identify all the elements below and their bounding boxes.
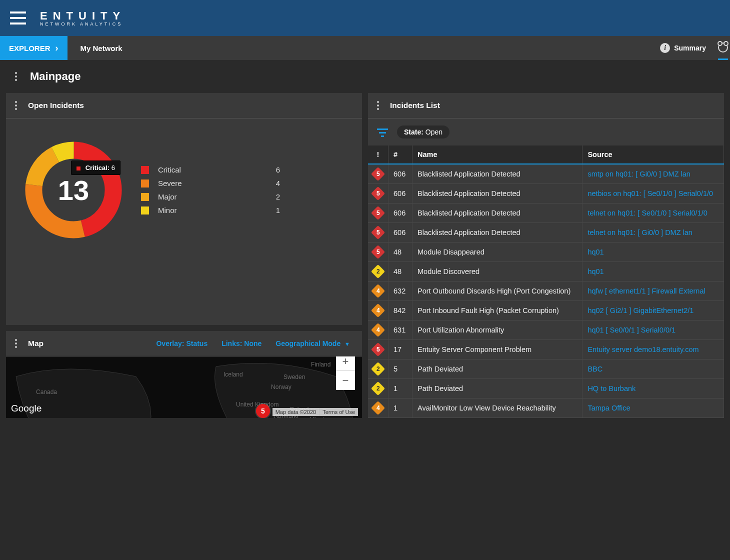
incident-number: 1 — [388, 379, 412, 398]
legend-label[interactable]: Critical — [158, 166, 213, 174]
map-overlay-option[interactable]: Overlay: Status — [156, 340, 208, 348]
legend-label[interactable]: Minor — [158, 206, 213, 214]
zoom-out-button[interactable]: − — [336, 371, 355, 390]
alarm-clock-icon — [718, 42, 728, 52]
incident-source[interactable]: hq01 — [582, 242, 724, 262]
incident-number: 5 — [388, 360, 412, 379]
legend-value: 4 — [220, 179, 280, 188]
incident-source[interactable]: telnet on hq01: [ Gi0/0 ] DMZ lan — [582, 223, 724, 242]
map-options: Overlay: Status Links: None Geographical… — [156, 340, 355, 348]
table-row[interactable]: 41AvailMonitor Low View Device Reachabil… — [368, 398, 724, 418]
incident-source[interactable]: BBC — [582, 360, 724, 379]
page-title: Mainpage — [30, 70, 80, 83]
incident-source[interactable]: Entuity server demo18.entuity.com — [582, 340, 724, 360]
legend-label[interactable]: Major — [158, 192, 213, 201]
severity-icon: 5 — [371, 206, 385, 220]
table-row[interactable]: 5606Blacklisted Application Detectedteln… — [368, 223, 724, 242]
map-bg-label: Iceland — [224, 371, 243, 378]
state-chip[interactable]: State: Open — [397, 126, 450, 138]
map-pin[interactable]: 5 — [256, 404, 270, 418]
donut-chart[interactable]: 13 Critical: 6 — [21, 138, 126, 242]
incident-name: Entuity Server Component Problem — [412, 340, 582, 360]
table-row[interactable]: 4842Port Inbound Fault High (Packet Corr… — [368, 301, 724, 320]
legend-swatch — [141, 193, 149, 201]
table-row[interactable]: 517Entuity Server Component ProblemEntui… — [368, 340, 724, 360]
col-severity[interactable]: ! — [368, 146, 388, 164]
incident-source[interactable]: hq01 [ Se0/0/1 ] Serial0/0/1 — [582, 320, 724, 340]
severity-icon: 5 — [371, 342, 385, 356]
map-canvas[interactable]: IcelandFinlandSwedenNorwayCanadaUnited K… — [6, 356, 362, 418]
table-row[interactable]: 4632Port Outbound Discards High (Port Co… — [368, 282, 724, 301]
breadcrumb[interactable]: My Network — [68, 44, 122, 52]
incident-source[interactable]: netbios on hq01: [ Se0/1/0 ] Serial0/1/0 — [582, 184, 724, 204]
incidents-table: ! # Name Source 5606Blacklisted Applicat… — [368, 146, 724, 418]
panel-more-icon[interactable] — [13, 99, 19, 112]
incident-source[interactable]: hq02 [ Gi2/1 ] GigabitEthernet2/1 — [582, 301, 724, 320]
nav-alarm[interactable] — [718, 36, 728, 60]
panel-more-icon[interactable] — [375, 99, 381, 112]
panel-more-icon[interactable] — [13, 337, 19, 350]
severity-icon: 2 — [371, 362, 385, 376]
incident-number: 632 — [388, 282, 412, 301]
legend-label[interactable]: Severe — [158, 179, 213, 188]
col-name[interactable]: Name — [412, 146, 582, 164]
topbar: ENTUITY NETWORK ANALYTICS — [0, 0, 730, 36]
incident-number: 842 — [388, 301, 412, 320]
panel-open-incidents: Open Incidents 13 Critical: 6 Critical6S… — [6, 93, 362, 325]
brand: ENTUITY NETWORK ANALYTICS — [40, 10, 126, 26]
incident-source[interactable]: HQ to Burbank — [582, 379, 724, 398]
incident-name: Module Discovered — [412, 262, 582, 282]
tooltip-color-pip — [76, 166, 80, 170]
panel-title-incidents-list: Incidents List — [390, 101, 440, 110]
incident-number: 606 — [388, 204, 412, 223]
panel-title-map: Map — [28, 339, 44, 348]
table-row[interactable]: 5606Blacklisted Application Detectedteln… — [368, 204, 724, 223]
severity-icon: 5 — [371, 186, 385, 200]
table-row[interactable]: 5606Blacklisted Application Detectednetb… — [368, 184, 724, 204]
panel-title-open-incidents: Open Incidents — [28, 101, 84, 110]
incident-number: 48 — [388, 262, 412, 282]
severity-icon: 4 — [371, 401, 385, 415]
nav-summary[interactable]: i Summary — [660, 36, 706, 60]
incident-source[interactable]: hqfw [ ethernet1/1 ] Firewall External — [582, 282, 724, 301]
table-row[interactable]: 4631Port Utilization Abnormalityhq01 [ S… — [368, 320, 724, 340]
incident-source[interactable]: Tampa Office — [582, 398, 724, 418]
severity-icon: 4 — [371, 323, 385, 337]
map-terms-link[interactable]: Terms of Use — [319, 408, 358, 416]
incident-name: Port Utilization Abnormality — [412, 320, 582, 340]
table-row[interactable]: 25Path DeviatedBBC — [368, 360, 724, 379]
incident-name: Blacklisted Application Detected — [412, 204, 582, 223]
donut-tooltip: Critical: 6 — [71, 160, 120, 175]
severity-icon: 2 — [371, 264, 385, 278]
map-links-option[interactable]: Links: None — [222, 340, 262, 348]
map-data-attrib[interactable]: Map data ©2020 — [272, 408, 320, 416]
severity-icon: 4 — [371, 284, 385, 298]
table-row[interactable]: 548Module Disappearedhq01 — [368, 242, 724, 262]
incident-source[interactable]: telnet on hq01: [ Se0/1/0 ] Serial0/1/0 — [582, 204, 724, 223]
col-number[interactable]: # — [388, 146, 412, 164]
col-source[interactable]: Source — [582, 146, 724, 164]
incident-name: Module Disappeared — [412, 242, 582, 262]
page-more-icon[interactable] — [13, 70, 19, 83]
zoom-in-button[interactable]: + — [336, 356, 355, 371]
map-bg-label: Sweden — [284, 374, 305, 380]
table-row[interactable]: 5606Blacklisted Application Detectedsmtp… — [368, 164, 724, 184]
map-mode-option[interactable]: Geographical Mode ▼ — [276, 340, 350, 348]
map-provider-logo: Google — [11, 403, 42, 414]
table-row[interactable]: 248Module Discoveredhq01 — [368, 262, 724, 282]
panel-incidents-list: Incidents List State: Open ! # Name Sour… — [368, 93, 724, 418]
severity-icon: 5 — [371, 226, 385, 240]
incident-source[interactable]: smtp on hq01: [ Gi0/0 ] DMZ lan — [582, 164, 724, 184]
table-row[interactable]: 21Path DeviatedHQ to Burbank — [368, 379, 724, 398]
panel-map: Map Overlay: Status Links: None Geograph… — [6, 331, 362, 418]
explorer-button[interactable]: EXPLORER › — [0, 36, 68, 60]
incident-number: 631 — [388, 320, 412, 340]
filter-icon[interactable] — [377, 128, 388, 136]
incident-name: AvailMonitor Low View Device Reachabilit… — [412, 398, 582, 418]
menu-button[interactable] — [10, 12, 26, 24]
incident-name: Port Inbound Fault High (Packet Corrupti… — [412, 301, 582, 320]
incident-source[interactable]: hq01 — [582, 262, 724, 282]
brand-tagline: NETWORK ANALYTICS — [40, 22, 126, 26]
legend-value: 2 — [220, 192, 280, 201]
incident-number: 48 — [388, 242, 412, 262]
